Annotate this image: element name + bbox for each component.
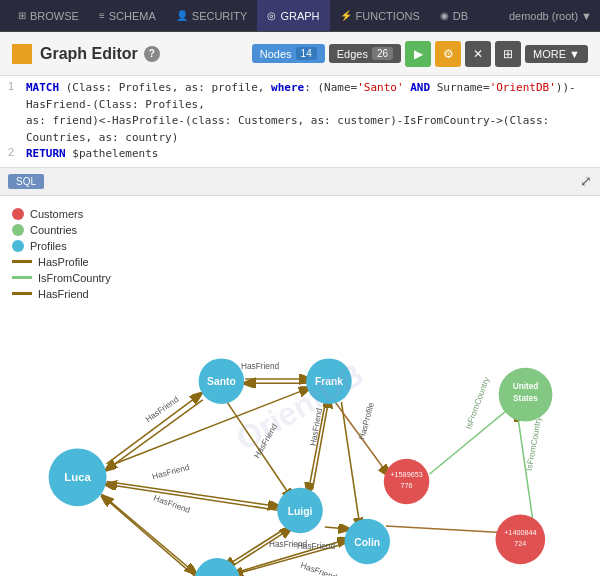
play-button[interactable]: ▶ [405,41,431,67]
edges-label: Edges [337,48,368,60]
hasprofile-label: HasProfile [38,256,89,268]
hasprofile-line [12,260,32,263]
isfromcountry-label: IsFromCountry [38,272,111,284]
countries-label: Countries [30,224,77,236]
svg-line-14 [226,529,290,570]
title-text: Graph Editor [40,45,138,63]
help-button[interactable]: ? [144,46,160,62]
sql-button[interactable]: SQL [8,174,44,189]
label-luca: Luca [64,471,91,483]
customers-label: Customers [30,208,83,220]
profiles-dot [12,240,24,252]
nav-functions[interactable]: ⚡ FUNCTIONS [330,0,430,31]
sub-toolbar: SQL ⤢ [0,168,600,196]
label-usa2: States [513,393,538,402]
nav-security-label: SECURITY [192,10,248,22]
label-luigi: Luigi [288,505,313,516]
header-bar: Graph Editor ? Nodes 14 Edges 26 ▶ ⚙ ✕ ⊞… [0,32,600,76]
functions-icon: ⚡ [340,10,352,21]
label-phone2b: 724 [514,538,526,547]
edges-count: 26 [372,47,393,60]
query-editor[interactable]: 1 MATCH (Class: Profiles, as: profile, w… [0,76,600,168]
nav-security[interactable]: 👤 SECURITY [166,0,258,31]
top-navigation: ⊞ BROWSE ≡ SCHEMA 👤 SECURITY ◎ GRAPH ⚡ F… [0,0,600,32]
nav-schema[interactable]: ≡ SCHEMA [89,0,166,31]
svg-line-12 [341,401,360,526]
nav-graph-label: GRAPH [280,10,319,22]
svg-text:HasFriend: HasFriend [299,560,338,576]
nav-functions-label: FUNCTIONS [356,10,420,22]
svg-line-0 [107,394,200,463]
nav-graph[interactable]: ◎ GRAPH [257,0,329,31]
nav-db[interactable]: ◉ DB [430,0,478,31]
svg-text:HasFriend: HasFriend [241,361,280,370]
security-icon: 👤 [176,10,188,21]
db-icon: ◉ [440,10,449,21]
svg-text:HasProfile: HasProfile [357,401,376,441]
legend-countries: Countries [12,224,111,236]
legend-isfromcountry: IsFromCountry [12,272,111,284]
graph-editor-icon [12,44,32,64]
svg-text:HasFriend: HasFriend [253,421,280,459]
svg-line-19 [386,525,514,532]
nodes-button[interactable]: Nodes 14 [252,44,325,63]
legend-hasprofile: HasProfile [12,256,111,268]
label-colin: Colin [354,536,380,547]
expand-icon[interactable]: ⤢ [580,173,592,189]
graph-icon: ◎ [267,10,276,21]
svg-text:IsFromCountry: IsFromCountry [525,415,544,471]
nav-browse-label: BROWSE [30,10,79,22]
schema-icon: ≡ [99,10,105,21]
label-frank: Frank [315,376,343,387]
label-usa: United [513,382,539,391]
svg-text:IsFromCountry: IsFromCountry [464,375,491,430]
label-phone2: +1400844 [504,528,536,537]
label-phone1: +1589653 [390,470,422,479]
svg-text:HasFriend: HasFriend [297,541,336,550]
nav-db-label: DB [453,10,468,22]
legend-customers: Customers [12,208,111,220]
edges-button[interactable]: Edges 26 [329,44,401,63]
toolbar-buttons: Nodes 14 Edges 26 ▶ ⚙ ✕ ⊞ MORE ▼ [252,41,588,67]
legend-profiles: Profiles [12,240,111,252]
hasfriend-label: HasFriend [38,288,89,300]
graph-legend: Customers Countries Profiles HasProfile … [12,208,111,304]
nav-browse[interactable]: ⊞ BROWSE [8,0,89,31]
browse-icon: ⊞ [18,10,26,21]
nodes-count: 14 [296,47,317,60]
grid-button[interactable]: ⊞ [495,41,521,67]
countries-dot [12,224,24,236]
hasfriend-line [12,292,32,295]
close-button[interactable]: ✕ [465,41,491,67]
more-button[interactable]: MORE ▼ [525,45,588,63]
label-phone1b: 776 [401,480,413,489]
page-title: Graph Editor ? [40,45,244,63]
svg-line-4 [108,484,280,510]
svg-text:HasFriend: HasFriend [151,462,191,481]
settings-button[interactable]: ⚙ [435,41,461,67]
label-santo: Santo [207,376,236,387]
query-line-2: as: friend)<-HasProfile-(class: Customer… [8,113,592,146]
svg-line-15 [325,527,348,529]
nodes-label: Nodes [260,48,292,60]
legend-hasfriend: HasFriend [12,288,111,300]
query-line-1: 1 MATCH (Class: Profiles, as: profile, w… [8,80,592,113]
graph-area: OrientDB Customers Countries Profiles Ha… [0,196,600,577]
user-info[interactable]: demodb (root) ▼ [509,10,592,22]
customers-dot [12,208,24,220]
profiles-label: Profiles [30,240,67,252]
isfromcountry-line [12,276,32,279]
query-line-3: 2 RETURN $pathelements [8,146,592,163]
nav-schema-label: SCHEMA [109,10,156,22]
svg-line-3 [107,481,278,506]
